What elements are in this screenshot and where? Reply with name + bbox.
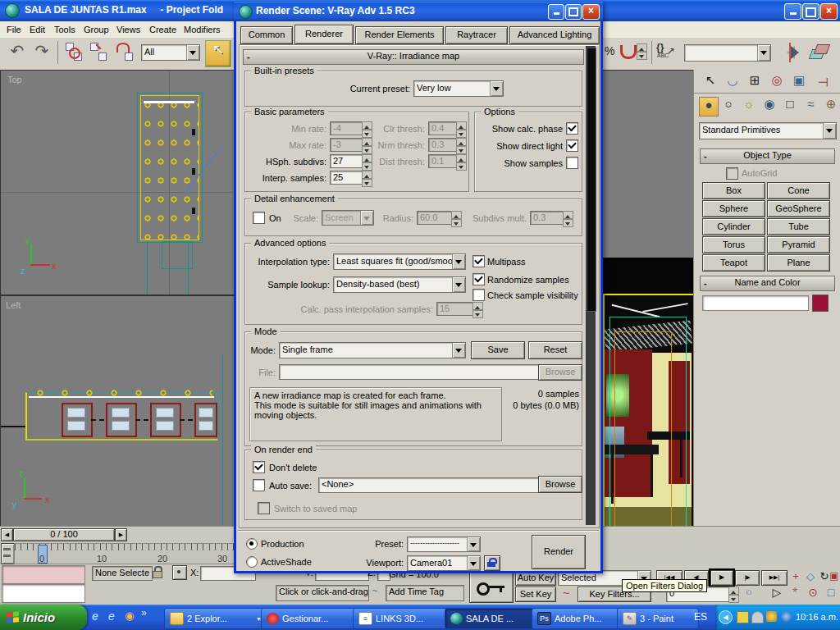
- quick-launch-ie-icon[interactable]: e: [92, 609, 105, 623]
- named-selection-sets-icon[interactable]: {} ABC ↖: [656, 42, 678, 63]
- tab-raytracer[interactable]: Raytracer: [445, 26, 508, 44]
- tab-display-icon[interactable]: ▣: [789, 73, 809, 91]
- tab-advanced-lighting[interactable]: Advanced Lighting: [509, 26, 600, 44]
- viewport-top[interactable]: Top y x z: [0, 70, 237, 295]
- tray-icon-keyboard[interactable]: [737, 611, 749, 623]
- object-color-swatch[interactable]: [812, 294, 829, 312]
- sample-lookup-dropdown[interactable]: Density-based (best): [333, 276, 466, 293]
- taskbar-button-links3d[interactable]: ≡ LINKS 3D...: [353, 608, 451, 629]
- object-button-teapot[interactable]: Teapot: [702, 254, 765, 272]
- autogrid-checkbox[interactable]: [726, 167, 738, 180]
- mini-curve-editor-button[interactable]: [1, 543, 15, 564]
- selection-filter-arrow-icon[interactable]: [186, 45, 199, 60]
- object-button-sphere[interactable]: Sphere: [702, 200, 765, 217]
- named-selection-arrow-icon[interactable]: [757, 45, 770, 61]
- clr-thresh-spinner[interactable]: [456, 121, 467, 138]
- lookup-arrow-icon[interactable]: [452, 277, 465, 292]
- object-button-plane[interactable]: Plane: [767, 254, 830, 272]
- snap-spinner[interactable]: [637, 43, 647, 60]
- scale-dropdown[interactable]: Screen: [322, 210, 374, 226]
- macro-recorder-box[interactable]: [2, 565, 85, 584]
- switch-map-checkbox[interactable]: [258, 502, 270, 514]
- max-rate-spinner[interactable]: [362, 138, 372, 154]
- radius-field[interactable]: 60.0: [417, 211, 454, 225]
- scale-arrow-icon[interactable]: [360, 211, 373, 225]
- object-button-pyramid[interactable]: Pyramid: [767, 236, 830, 253]
- main-restore-button[interactable]: [802, 3, 819, 20]
- auto-save-browse-button[interactable]: Browse: [538, 476, 582, 493]
- dist-thresh-field[interactable]: 0.1: [428, 154, 459, 168]
- time-slider-left-arrow[interactable]: ◀: [1, 528, 13, 541]
- category-arrow-icon[interactable]: [823, 123, 836, 139]
- calc-pass-spinner[interactable]: [472, 302, 483, 318]
- production-radio[interactable]: [246, 538, 258, 550]
- viewport-lock-button[interactable]: [484, 555, 500, 571]
- dialog-scrollbar[interactable]: [586, 46, 596, 525]
- category-shapes-icon[interactable]: ○: [719, 97, 737, 115]
- viewport-front-partial[interactable]: [603, 70, 693, 294]
- mode-dropdown[interactable]: Single frame: [279, 342, 466, 358]
- go-to-end-button[interactable]: ▶▶|: [761, 570, 788, 586]
- category-dropdown[interactable]: Standard Primitives: [699, 122, 837, 139]
- tab-render-elements[interactable]: Render Elements: [355, 26, 444, 44]
- show-calc-checkbox[interactable]: [566, 122, 578, 135]
- multipass-checkbox[interactable]: [472, 255, 485, 267]
- clr-thresh-field[interactable]: 0.4: [428, 121, 459, 135]
- dont-delete-checkbox[interactable]: [253, 461, 265, 473]
- dialog-minimize-button[interactable]: [548, 4, 564, 20]
- mirror-icon[interactable]: [779, 43, 801, 62]
- activeshade-radio[interactable]: [246, 556, 258, 568]
- object-button-torus[interactable]: Torus: [702, 236, 765, 253]
- preset-arrow-icon[interactable]: [490, 81, 503, 96]
- footer-preset-arrow-icon[interactable]: [467, 537, 480, 551]
- min-rate-spinner[interactable]: [362, 121, 372, 138]
- name-color-rollout[interactable]: - Name and Color: [700, 276, 835, 291]
- track-bar[interactable]: 0 10 20 30: [14, 543, 235, 564]
- redo-icon[interactable]: ↷: [31, 41, 52, 61]
- category-systems-icon[interactable]: ⊕: [822, 97, 840, 115]
- object-name-field[interactable]: [702, 295, 809, 311]
- quick-launch-more-icon[interactable]: »: [141, 607, 151, 619]
- main-minimize-button[interactable]: [784, 3, 801, 20]
- irradiance-map-rollout[interactable]: - V-Ray:: Irradiance map: [243, 49, 584, 65]
- field-of-view-icon[interactable]: ▷: [769, 586, 784, 599]
- hsph-subdivs-field[interactable]: 27: [330, 154, 364, 168]
- communicate-icon[interactable]: ~: [369, 586, 381, 596]
- subdivs-mult-field[interactable]: 0.3: [530, 211, 566, 225]
- footer-preset-dropdown[interactable]: --------------------: [407, 536, 481, 552]
- menu-file[interactable]: File: [7, 25, 21, 34]
- show-direct-checkbox[interactable]: [566, 139, 578, 152]
- dialog-close-button[interactable]: ×: [582, 4, 600, 20]
- time-slider-right-arrow[interactable]: ▶: [115, 528, 127, 541]
- menu-create[interactable]: Create: [149, 25, 176, 34]
- taskbar-button-sala[interactable]: SALA DE ...: [445, 608, 538, 629]
- select-object-button[interactable]: ↖: [205, 40, 231, 67]
- main-close-button[interactable]: ×: [820, 3, 838, 20]
- auto-save-checkbox[interactable]: [253, 479, 265, 491]
- add-time-tag[interactable]: Add Time Tag: [386, 585, 464, 601]
- tray-icon-user[interactable]: [751, 611, 764, 623]
- time-configuration-icon[interactable]: ○: [742, 586, 756, 598]
- auto-save-field[interactable]: <None>: [318, 477, 540, 493]
- show-samples-checkbox[interactable]: [566, 157, 578, 169]
- dist-thresh-spinner[interactable]: [456, 154, 467, 171]
- menu-modifiers[interactable]: Modifiers: [184, 25, 221, 34]
- snap-magnet-icon[interactable]: [620, 45, 637, 59]
- menu-group[interactable]: Group: [84, 25, 109, 34]
- taskbar-button-paint[interactable]: ✎ 3 - Paint: [617, 608, 699, 629]
- tab-create-icon[interactable]: ↖: [701, 73, 720, 93]
- layer-manager-icon[interactable]: [809, 43, 832, 62]
- tray-icon-update[interactable]: [781, 611, 792, 622]
- tray-icon-shield[interactable]: [766, 611, 777, 622]
- calc-pass-field[interactable]: 15: [436, 302, 476, 316]
- footer-viewport-arrow-icon[interactable]: [467, 556, 480, 570]
- zoom-extents-all-icon[interactable]: ◇: [804, 570, 817, 582]
- tab-renderer[interactable]: Renderer: [294, 25, 354, 44]
- absolute-mode-icon[interactable]: [172, 565, 187, 580]
- selection-filter-dropdown[interactable]: All: [141, 44, 200, 61]
- unlink-selection-icon[interactable]: [90, 43, 107, 61]
- interp-samples-field[interactable]: 25: [330, 171, 364, 185]
- named-selection-dropdown[interactable]: [684, 44, 771, 62]
- maximize-viewport-toggle-icon[interactable]: □: [824, 586, 838, 599]
- scrollbar-thumb[interactable]: [587, 48, 596, 312]
